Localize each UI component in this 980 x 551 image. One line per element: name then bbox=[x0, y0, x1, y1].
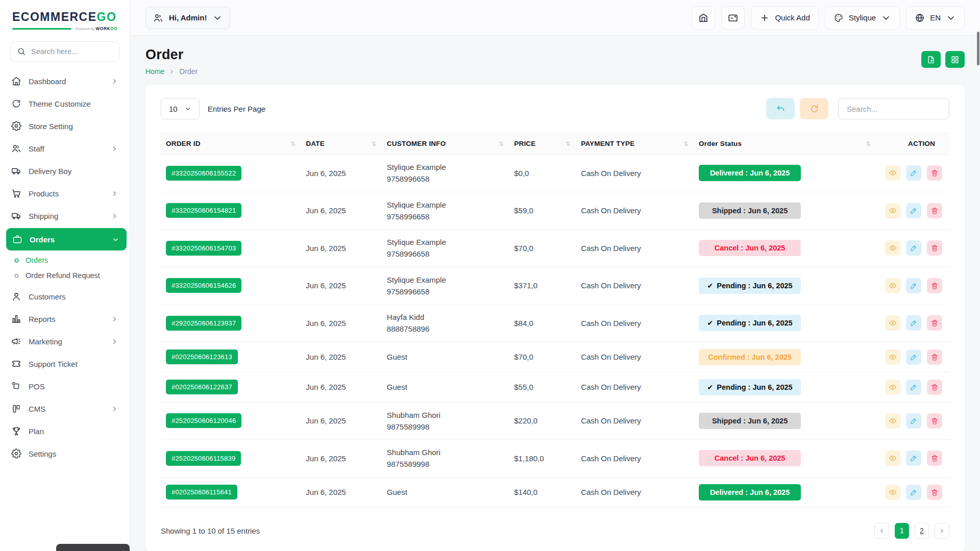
view-order-button[interactable] bbox=[885, 380, 900, 395]
delete-order-button[interactable] bbox=[927, 450, 942, 466]
edit-order-button[interactable] bbox=[906, 450, 921, 466]
breadcrumb-home-link[interactable]: Home bbox=[145, 67, 164, 76]
chevron-down-icon bbox=[881, 13, 891, 23]
payment-type: Cash On Delivery bbox=[576, 477, 694, 507]
pagination-next-button[interactable] bbox=[935, 523, 949, 539]
theme-refresh-icon bbox=[11, 98, 21, 109]
submenu-item-order-refund-request[interactable]: Order Refund Request bbox=[0, 268, 130, 283]
storefront-button[interactable] bbox=[692, 6, 715, 30]
pagination-page-2[interactable]: 2 bbox=[915, 523, 929, 539]
quick-add-button[interactable]: Quick Add bbox=[751, 6, 818, 30]
chevron-down-icon bbox=[184, 105, 191, 112]
view-order-button[interactable] bbox=[885, 349, 900, 365]
order-date: Jun 6, 2025 bbox=[301, 477, 382, 507]
order-id-badge[interactable]: #2520250606120046 bbox=[166, 413, 241, 428]
sort-icon[interactable]: ⇅ bbox=[290, 140, 296, 147]
delete-order-button[interactable] bbox=[927, 278, 942, 293]
pagination-prev-button[interactable] bbox=[874, 523, 889, 539]
order-id-badge[interactable]: #2920250606123937 bbox=[166, 316, 241, 331]
submenu-item-orders[interactable]: Orders bbox=[0, 253, 130, 268]
scrollbar-thumb[interactable] bbox=[977, 32, 979, 65]
sidebar-item-plan[interactable]: Plan bbox=[0, 420, 130, 442]
check-icon: ✔ bbox=[707, 384, 714, 391]
sidebar-item-pos[interactable]: POS bbox=[0, 375, 130, 397]
grid-view-button[interactable] bbox=[945, 51, 965, 68]
order-id-badge[interactable]: #020250606122637 bbox=[166, 380, 238, 394]
edit-order-button[interactable] bbox=[906, 240, 921, 256]
view-order-button[interactable] bbox=[885, 413, 900, 429]
sidebar-search[interactable] bbox=[10, 41, 119, 62]
sidebar-item-products[interactable]: Products bbox=[0, 182, 130, 205]
view-order-button[interactable] bbox=[885, 203, 900, 218]
edit-order-button[interactable] bbox=[906, 278, 921, 293]
email-button[interactable] bbox=[721, 6, 745, 30]
delete-order-button[interactable] bbox=[927, 485, 942, 500]
sidebar-item-marketing[interactable]: Marketing bbox=[0, 330, 130, 353]
entries-per-page-select[interactable]: 10 bbox=[161, 98, 200, 119]
eye-icon bbox=[889, 282, 897, 290]
order-id-badge[interactable]: #3320250606154703 bbox=[166, 241, 241, 256]
edit-order-button[interactable] bbox=[906, 203, 921, 218]
sidebar-item-support-ticket[interactable]: Support Ticket bbox=[0, 353, 130, 375]
order-id-badge[interactable]: #020250606115641 bbox=[166, 485, 237, 499]
sidebar-item-store-setting[interactable]: Store Setting bbox=[0, 115, 130, 137]
order-price: $84,0 bbox=[509, 305, 576, 342]
undo-button[interactable] bbox=[766, 98, 795, 119]
order-id-badge[interactable]: #2520250606115839 bbox=[166, 451, 241, 466]
sidebar-item-theme-customize[interactable]: Theme Customize bbox=[0, 92, 130, 115]
view-order-button[interactable] bbox=[885, 278, 900, 293]
view-order-button[interactable] bbox=[885, 240, 900, 256]
sidebar-item-staff[interactable]: Staff bbox=[0, 137, 130, 160]
sidebar-item-reports[interactable]: Reports bbox=[0, 308, 130, 330]
pagination-page-1[interactable]: 1 bbox=[895, 523, 909, 539]
delete-order-button[interactable] bbox=[927, 203, 942, 218]
view-order-button[interactable] bbox=[885, 165, 900, 181]
sidebar-item-orders[interactable]: Orders bbox=[6, 228, 127, 251]
table-row: #020250606115641 Jun 6, 2025 Guest $140,… bbox=[161, 477, 949, 507]
view-order-button[interactable] bbox=[885, 315, 900, 331]
view-order-button[interactable] bbox=[885, 485, 900, 500]
sidebar-item-shipping[interactable]: Shipping bbox=[0, 205, 130, 227]
delete-order-button[interactable] bbox=[927, 349, 942, 365]
edit-order-button[interactable] bbox=[906, 413, 921, 429]
col-customer-info: CUSTOMER INFO⇅ bbox=[382, 133, 509, 155]
order-id-badge[interactable]: #3320250606155522 bbox=[166, 166, 241, 181]
edit-order-button[interactable] bbox=[906, 315, 921, 331]
table-search-input[interactable] bbox=[838, 98, 949, 119]
view-order-button[interactable] bbox=[885, 450, 900, 466]
brand-logo[interactable]: ECOMMERCEGO Powered By WORKDO bbox=[0, 0, 130, 33]
sort-icon[interactable]: ⇅ bbox=[499, 140, 504, 147]
sort-icon[interactable]: ⇅ bbox=[566, 140, 571, 147]
sidebar-item-cms[interactable]: CMS bbox=[0, 397, 130, 420]
order-id-badge[interactable]: #020250606123613 bbox=[166, 349, 238, 364]
delete-order-button[interactable] bbox=[927, 315, 942, 331]
edit-order-button[interactable] bbox=[906, 165, 921, 181]
sort-icon[interactable]: ⇅ bbox=[866, 140, 871, 147]
edit-order-button[interactable] bbox=[906, 485, 921, 500]
delete-order-button[interactable] bbox=[927, 380, 942, 395]
delete-order-button[interactable] bbox=[927, 165, 942, 181]
pencil-icon bbox=[910, 353, 918, 361]
sort-icon[interactable]: ⇅ bbox=[372, 140, 377, 147]
delete-order-button[interactable] bbox=[927, 240, 942, 256]
sort-icon[interactable]: ⇅ bbox=[683, 140, 689, 147]
eye-icon bbox=[889, 454, 897, 462]
export-button[interactable] bbox=[921, 51, 941, 68]
edit-order-button[interactable] bbox=[906, 380, 921, 395]
payment-type: Cash On Delivery bbox=[576, 402, 694, 440]
sidebar-item-delivery-boy[interactable]: Delivery Boy bbox=[0, 160, 130, 182]
sidebar-item-dashboard[interactable]: Dashboard bbox=[0, 70, 130, 92]
trash-icon bbox=[930, 417, 939, 425]
refresh-button[interactable] bbox=[800, 98, 828, 119]
delete-order-button[interactable] bbox=[927, 413, 942, 429]
order-id-badge[interactable]: #3320250606154626 bbox=[166, 278, 241, 293]
col-price: PRICE⇅ bbox=[509, 133, 576, 155]
order-id-badge[interactable]: #3320250606154821 bbox=[166, 203, 241, 218]
sidebar-item-customers[interactable]: Customers bbox=[0, 285, 130, 308]
sidebar-item-settings[interactable]: Settings bbox=[0, 442, 130, 465]
admin-menu-button[interactable]: Hi, Admin! bbox=[145, 7, 230, 29]
language-select-button[interactable]: EN bbox=[906, 6, 965, 30]
theme-select-button[interactable]: Stylique bbox=[825, 6, 900, 30]
sidebar-search-input[interactable] bbox=[31, 47, 113, 56]
edit-order-button[interactable] bbox=[906, 349, 921, 365]
